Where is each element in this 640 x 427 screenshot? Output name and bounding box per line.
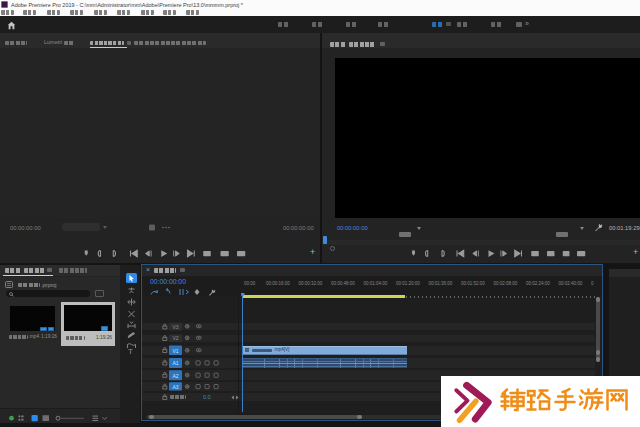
svg-text:T: T — [128, 347, 133, 356]
svg-text:A2: A2 — [172, 373, 178, 379]
svg-text:A3: A3 — [172, 384, 178, 390]
svg-text:A1: A1 — [172, 360, 178, 366]
svg-text:V3: V3 — [172, 324, 178, 330]
svg-text:V2: V2 — [172, 335, 178, 341]
svg-text:V1: V1 — [172, 348, 178, 354]
